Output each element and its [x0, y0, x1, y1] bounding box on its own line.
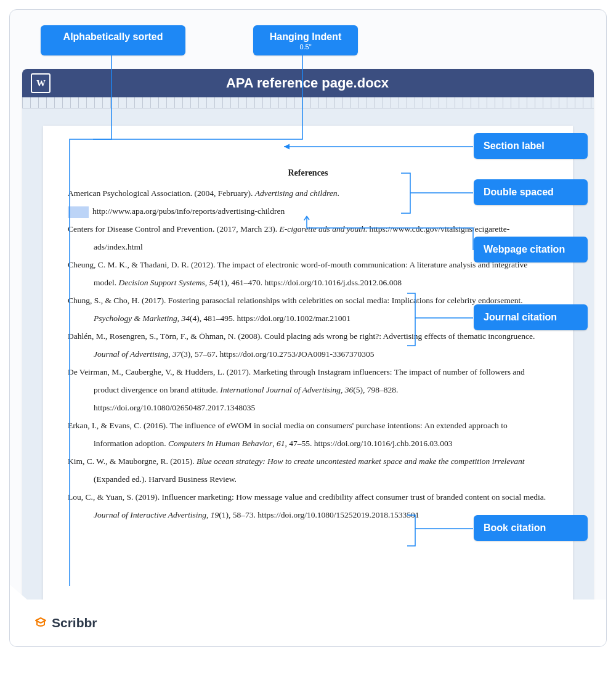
label-hanging-indent: Hanging Indent 0.5": [253, 25, 358, 55]
scribbr-logo-icon: [33, 616, 48, 630]
titlebar: W APA reference page.docx: [22, 69, 594, 97]
label-double-spaced: Double spaced: [474, 179, 588, 205]
footer: Scribbr: [10, 600, 606, 646]
ruler: [22, 97, 594, 108]
diagram-container: Alphabetically sorted Hanging Indent 0.5…: [9, 9, 607, 647]
label-section-label: Section label: [474, 133, 588, 159]
label-webpage-citation: Webpage citation: [474, 237, 588, 262]
scribbr-logo: Scribbr: [33, 616, 97, 630]
top-labels-row: Alphabetically sorted Hanging Indent 0.5…: [10, 10, 606, 69]
indent-highlight: [68, 206, 89, 218]
word-icon: W: [31, 73, 51, 93]
document-title: APA reference page.docx: [51, 75, 564, 91]
reference-entry: Kim, C. W., & Mauborgne, R. (2015). Blue…: [68, 452, 548, 488]
label-journal-citation: Journal citation: [474, 304, 588, 330]
reference-entry: Erkan, I., & Evans, C. (2016). The influ…: [68, 417, 548, 452]
label-alphabetical: Alphabetically sorted: [41, 25, 185, 55]
label-hanging-indent-sub: 0.5": [267, 43, 344, 51]
label-hanging-indent-text: Hanging Indent: [270, 31, 341, 42]
label-book-citation: Book citation: [474, 515, 588, 541]
reference-entry: De Veirman, M., Cauberghe, V., & Hudders…: [68, 363, 548, 417]
reference-entry: Dahlén, M., Rosengren, S., Törn, F., & Ö…: [68, 327, 548, 363]
scribbr-logo-text: Scribbr: [52, 616, 97, 630]
